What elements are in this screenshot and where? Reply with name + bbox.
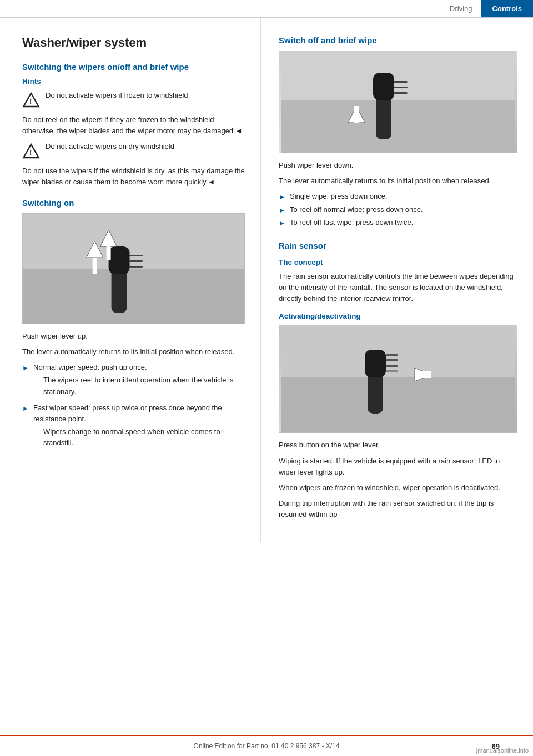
hints-label: Hints xyxy=(22,77,245,85)
switch-off-image xyxy=(279,51,517,153)
svg-text:!: ! xyxy=(29,148,32,157)
warning-block-2: ! Do not activate wipers on dry windshie… xyxy=(22,141,245,160)
page-header: Driving Controls xyxy=(0,0,533,18)
switching-on-image xyxy=(22,213,245,324)
switch-off-bullets: ► Single wipe: press down once. ► To ree… xyxy=(279,191,517,229)
warning-text-1: Do not activate wipers if frozen to wind… xyxy=(46,90,188,101)
list-item: ► To reel off fast wipe: press down twic… xyxy=(279,217,517,229)
switch-off-caption1: Push wiper lever down. xyxy=(279,160,517,171)
list-item: ► Fast wiper speed: press up twice or pr… xyxy=(22,402,245,425)
wiper-lever-up-image xyxy=(23,213,244,324)
wiper-rain-sensor-image xyxy=(279,325,517,433)
rain-sensor-caption4: Wiping is started. If the vehicle is equ… xyxy=(279,456,517,478)
svg-rect-10 xyxy=(129,266,143,268)
warning-icon-2: ! xyxy=(22,142,40,160)
bullet-arrow-icon: ► xyxy=(22,404,29,414)
svg-rect-33 xyxy=(415,371,431,378)
main-content: Washer/wiper system Switching the wipers… xyxy=(0,18,533,542)
warning-icon-1: ! xyxy=(22,91,40,109)
bullet-text: Single wipe: press down once. xyxy=(290,191,388,202)
svg-rect-12 xyxy=(93,258,97,274)
rain-sensor-heading: Rain sensor xyxy=(279,241,517,250)
left-column: Washer/wiper system Switching the wipers… xyxy=(0,18,261,542)
svg-rect-7 xyxy=(109,246,130,274)
svg-rect-20 xyxy=(394,87,408,88)
body-text-2: Do not use the wipers if the windshield … xyxy=(22,165,245,188)
body-text-1: Do not reel on the wipers if they are fr… xyxy=(22,114,245,137)
switching-on-heading: Switching on xyxy=(22,198,245,208)
warning-text-2: Do not activate wipers on dry windshield xyxy=(46,141,174,152)
section-switching-heading: Switching the wipers on/off and brief wi… xyxy=(22,62,245,72)
rain-sensor-image xyxy=(279,325,517,433)
svg-rect-30 xyxy=(386,365,398,367)
wiper-lever-down-image xyxy=(279,51,517,153)
bullet-text: Fast wiper speed: press up twice or pres… xyxy=(33,402,245,425)
page-footer: Online Edition for Part no. 01 40 2 956 … xyxy=(0,735,533,756)
footer-text: Online Edition for Part no. 01 40 2 956 … xyxy=(194,742,340,750)
svg-rect-29 xyxy=(386,359,398,361)
list-item: The wipers reel to intermittent operatio… xyxy=(22,375,245,400)
svg-rect-19 xyxy=(394,81,408,83)
svg-rect-27 xyxy=(365,350,386,377)
bullet-text: To reel off fast wipe: press down twice. xyxy=(290,217,413,228)
svg-rect-28 xyxy=(386,354,398,356)
switching-on-bullets: ► Normal wiper speed: push up once. The … xyxy=(22,362,245,452)
concept-subheading: The concept xyxy=(279,258,517,266)
switching-on-caption2: The lever automatically returns to its i… xyxy=(22,346,245,357)
list-item: Wipers change to normal speed when vehic… xyxy=(22,426,245,452)
bullet-sub-text: Wipers change to normal speed when vehic… xyxy=(33,426,245,448)
header-controls-label: Controls xyxy=(481,0,533,17)
svg-rect-23 xyxy=(354,106,359,123)
svg-rect-8 xyxy=(129,255,143,256)
svg-rect-31 xyxy=(386,370,398,372)
right-column: Switch off and brief wipe xyxy=(261,18,533,542)
list-item: ► To reel off normal wipe: press down on… xyxy=(279,204,517,216)
svg-rect-18 xyxy=(373,73,394,100)
svg-rect-14 xyxy=(107,246,111,260)
list-item: ► Single wipe: press down once. xyxy=(279,191,517,203)
switching-on-caption1: Push wiper lever up. xyxy=(22,331,245,342)
bullet-text: Normal wiper speed: push up once. xyxy=(33,362,147,373)
rain-sensor-caption5: When wipers are frozen to windshield, wi… xyxy=(279,482,517,493)
concept-text: The rain sensor automatically controls t… xyxy=(279,271,517,304)
svg-rect-16 xyxy=(281,100,515,153)
warning-block-1: ! Do not activate wipers if frozen to wi… xyxy=(22,90,245,109)
switch-off-caption2: The lever automatically returns to its i… xyxy=(279,175,517,187)
bullet-arrow-icon: ► xyxy=(279,192,285,203)
svg-rect-25 xyxy=(281,377,515,433)
header-driving-label: Driving xyxy=(441,0,481,17)
bullet-sub-text: The wipers reel to intermittent operatio… xyxy=(33,375,245,397)
switch-off-heading: Switch off and brief wipe xyxy=(279,36,517,45)
svg-text:!: ! xyxy=(29,97,32,106)
rain-sensor-caption6: During trip interruption with the rain s… xyxy=(279,498,517,520)
bullet-arrow-icon: ► xyxy=(279,205,285,216)
svg-rect-5 xyxy=(23,269,244,324)
bullet-arrow-icon: ► xyxy=(279,218,285,229)
list-item: ► Normal wiper speed: push up once. xyxy=(22,362,245,374)
svg-rect-9 xyxy=(129,260,143,262)
bullet-arrow-icon: ► xyxy=(22,363,29,374)
page-title: Washer/wiper system xyxy=(22,36,245,50)
footer-watermark: jmanualsonline.info xyxy=(472,745,533,756)
svg-rect-21 xyxy=(394,92,408,94)
activating-subheading: Activating/deactivating xyxy=(279,312,517,320)
rain-sensor-caption3: Press button on the wiper lever. xyxy=(279,440,517,451)
bullet-text: To reel off normal wipe: press down once… xyxy=(290,204,423,215)
